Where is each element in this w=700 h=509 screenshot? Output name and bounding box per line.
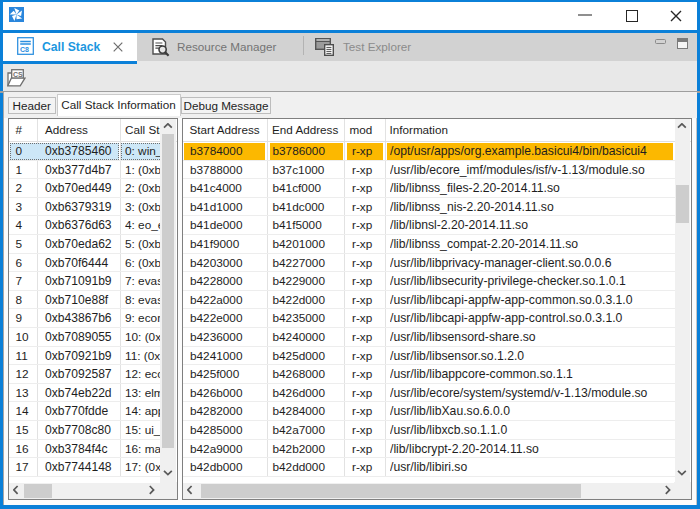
- svg-text:CS: CS: [13, 71, 23, 78]
- svg-text:C8: C8: [20, 46, 29, 53]
